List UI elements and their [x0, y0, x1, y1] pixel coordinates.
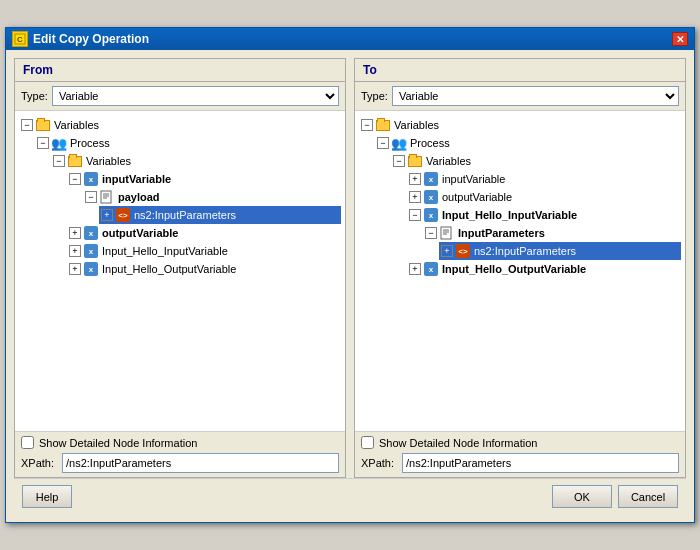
folder-icon: [35, 117, 51, 133]
var-icon: x: [83, 171, 99, 187]
to-xpath-row: XPath:: [361, 453, 679, 473]
from-show-detail-label: Show Detailed Node Information: [39, 437, 197, 449]
expander[interactable]: −: [85, 191, 97, 203]
node-label: Input_Hello_InputVariable: [442, 209, 577, 221]
node-label: inputVariable: [442, 173, 505, 185]
expander[interactable]: +: [409, 191, 421, 203]
expander[interactable]: +: [69, 245, 81, 257]
from-type-row: Type: Variable: [15, 82, 345, 111]
to-xpath-label: XPath:: [361, 457, 397, 469]
expander[interactable]: +: [409, 173, 421, 185]
expander[interactable]: −: [21, 119, 33, 131]
to-xpath-input[interactable]: [402, 453, 679, 473]
node-label: InputParameters: [458, 227, 545, 239]
help-button[interactable]: Help: [22, 485, 72, 508]
element-icon: <>: [455, 243, 471, 259]
tree-row[interactable]: − Variables: [19, 116, 341, 134]
var-icon: x: [423, 207, 439, 223]
from-show-detail-checkbox[interactable]: [21, 436, 34, 449]
people-icon: 👥: [391, 135, 407, 151]
expander[interactable]: +: [101, 209, 113, 221]
node-label: outputVariable: [102, 227, 178, 239]
tree-row-selected[interactable]: + <> ns2:InputParameters: [99, 206, 341, 224]
expander[interactable]: +: [441, 245, 453, 257]
from-bottom: Show Detailed Node Information XPath:: [15, 431, 345, 477]
node-label: Input_Hello_InputVariable: [102, 245, 228, 257]
node-label: ns2:InputParameters: [134, 209, 236, 221]
titlebar-left: C Edit Copy Operation: [12, 31, 149, 47]
to-type-label: Type:: [361, 90, 388, 102]
tree-node: − Variables − 👥 Process: [359, 115, 681, 279]
var-icon: x: [83, 261, 99, 277]
node-label: Input_Hello_OutputVariable: [442, 263, 586, 275]
from-checkbox-row: Show Detailed Node Information: [21, 436, 339, 449]
to-type-select[interactable]: Variable: [392, 86, 679, 106]
window-body: From Type: Variable − Variables: [6, 50, 694, 522]
tree-row[interactable]: − Variables: [51, 152, 341, 170]
svg-rect-6: [441, 227, 451, 239]
to-bottom: Show Detailed Node Information XPath:: [355, 431, 685, 477]
expander[interactable]: −: [377, 137, 389, 149]
tree-row[interactable]: + x Input_Hello_OutputVariable: [407, 260, 681, 278]
expander[interactable]: −: [393, 155, 405, 167]
titlebar: C Edit Copy Operation ✕: [6, 28, 694, 50]
var-icon: x: [423, 261, 439, 277]
tree-row-selected[interactable]: + <> ns2:InputParameters: [439, 242, 681, 260]
expander[interactable]: −: [69, 173, 81, 185]
tree-row[interactable]: − Variables: [359, 116, 681, 134]
node-label: ns2:InputParameters: [474, 245, 576, 257]
from-tree[interactable]: − Variables − 👥 Process: [15, 111, 345, 431]
tree-row[interactable]: −: [423, 224, 681, 242]
tree-row[interactable]: − Variables: [391, 152, 681, 170]
tree-row[interactable]: + x inputVariable: [407, 170, 681, 188]
ok-button[interactable]: OK: [552, 485, 612, 508]
panels-row: From Type: Variable − Variables: [14, 58, 686, 478]
from-xpath-row: XPath:: [21, 453, 339, 473]
from-xpath-input[interactable]: [62, 453, 339, 473]
window-icon: C: [12, 31, 28, 47]
var-icon: x: [423, 189, 439, 205]
tree-row[interactable]: −: [83, 188, 341, 206]
tree-row[interactable]: − x inputVariable: [67, 170, 341, 188]
var-icon: x: [83, 243, 99, 259]
folder-icon: [375, 117, 391, 133]
expander[interactable]: +: [409, 263, 421, 275]
tree-row[interactable]: − x Input_Hello_InputVariable: [407, 206, 681, 224]
node-label: payload: [118, 191, 160, 203]
to-checkbox-row: Show Detailed Node Information: [361, 436, 679, 449]
tree-node: − Variables − 👥 Process: [19, 115, 341, 279]
tree-row[interactable]: + x Input_Hello_OutputVariable: [67, 260, 341, 278]
expander[interactable]: −: [37, 137, 49, 149]
from-panel: From Type: Variable − Variables: [14, 58, 346, 478]
tree-row[interactable]: + x outputVariable: [407, 188, 681, 206]
expander[interactable]: −: [53, 155, 65, 167]
to-show-detail-checkbox[interactable]: [361, 436, 374, 449]
from-xpath-label: XPath:: [21, 457, 57, 469]
expander[interactable]: +: [69, 227, 81, 239]
close-button[interactable]: ✕: [672, 32, 688, 46]
doc-icon: [99, 189, 115, 205]
node-label: Process: [70, 137, 110, 149]
to-show-detail-label: Show Detailed Node Information: [379, 437, 537, 449]
to-type-row: Type: Variable: [355, 82, 685, 111]
node-label: Variables: [426, 155, 471, 167]
tree-row[interactable]: − 👥 Process: [375, 134, 681, 152]
var-icon: x: [423, 171, 439, 187]
from-type-select[interactable]: Variable: [52, 86, 339, 106]
expander[interactable]: −: [425, 227, 437, 239]
expander[interactable]: −: [361, 119, 373, 131]
doc-icon: [439, 225, 455, 241]
var-icon: x: [83, 225, 99, 241]
tree-row[interactable]: + x Input_Hello_InputVariable: [67, 242, 341, 260]
node-label: Variables: [54, 119, 99, 131]
to-tree[interactable]: − Variables − 👥 Process: [355, 111, 685, 431]
from-type-label: Type:: [21, 90, 48, 102]
tree-row[interactable]: + x outputVariable: [67, 224, 341, 242]
svg-text:C: C: [17, 35, 23, 44]
node-label: Input_Hello_OutputVariable: [102, 263, 236, 275]
cancel-button[interactable]: Cancel: [618, 485, 678, 508]
node-label: outputVariable: [442, 191, 512, 203]
expander[interactable]: +: [69, 263, 81, 275]
tree-row[interactable]: − 👥 Process: [35, 134, 341, 152]
expander[interactable]: −: [409, 209, 421, 221]
